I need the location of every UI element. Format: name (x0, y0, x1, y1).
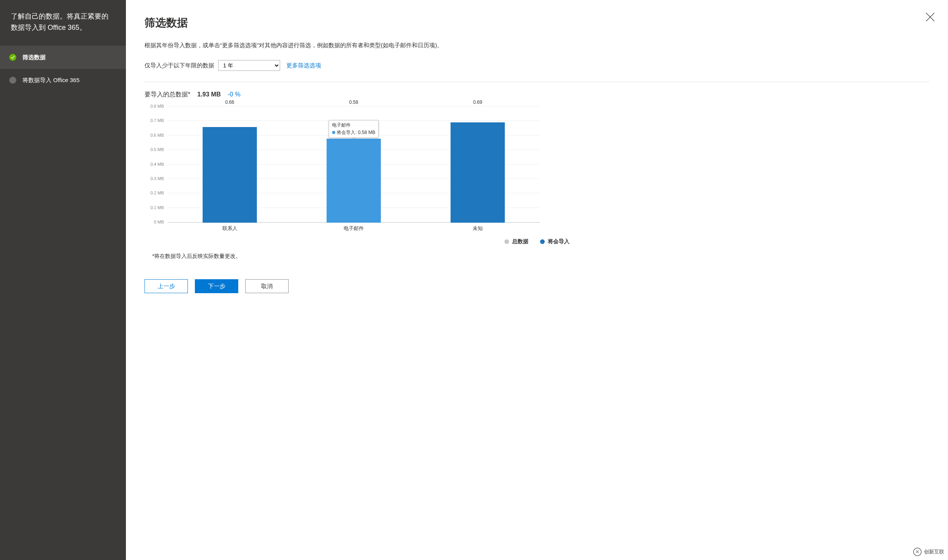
wizard-step-list: 筛选数据 将数据导入 Office 365 (0, 46, 126, 92)
bar-import[interactable] (203, 127, 257, 223)
y-tick-label: 0.4 MB (145, 162, 164, 167)
legend-item-total: 总数据 (504, 238, 528, 245)
age-filter-select[interactable]: 1 年 (218, 60, 280, 71)
watermark: ✕ 创新互联 (913, 548, 944, 556)
y-tick-label: 0.6 MB (145, 133, 164, 137)
chart-legend: 总数据 将会导入 (145, 238, 929, 245)
footnote: *将在数据导入后反映实际数量更改。 (152, 253, 929, 260)
y-tick-label: 0.8 MB (145, 104, 164, 108)
y-tick-label: 0.7 MB (145, 118, 164, 123)
wizard-step-import-data[interactable]: 将数据导入 Office 365 (0, 69, 126, 92)
legend-label: 将会导入 (548, 238, 569, 245)
legend-label: 总数据 (512, 238, 528, 245)
page-title: 筛选数据 (145, 15, 929, 30)
wizard-sidebar: 了解自己的数据。将真正紧要的数据导入到 Office 365。 筛选数据 将数据… (0, 0, 126, 560)
x-tick-label: 联系人 (168, 223, 292, 234)
divider (145, 82, 929, 82)
more-filters-link[interactable]: 更多筛选选项 (286, 62, 321, 69)
x-tick-label: 未知 (416, 223, 540, 234)
bar-import[interactable] (327, 139, 381, 223)
wizard-step-filter-data[interactable]: 筛选数据 (0, 46, 126, 69)
bar-group: 0.69 (416, 107, 540, 223)
y-tick-label: 0 MB (145, 220, 164, 224)
y-tick-label: 0.5 MB (145, 147, 164, 152)
tooltip-text: 将会导入: 0.58 MB (337, 130, 375, 135)
watermark-logo-icon: ✕ (913, 548, 922, 556)
y-tick-label: 0.2 MB (145, 191, 164, 195)
legend-dot-icon (504, 239, 509, 244)
chart-tooltip: 电子邮件 将会导入: 0.58 MB (329, 120, 379, 138)
tooltip-category: 电子邮件 (332, 122, 375, 129)
bar-value-label: 0.69 (473, 100, 482, 105)
watermark-text: 创新互联 (924, 548, 944, 555)
page-description: 根据其年份导入数据，或单击“更多筛选选项”对其他内容进行筛选，例如数据的所有者和… (145, 42, 929, 49)
main-panel: 筛选数据 根据其年份导入数据，或单击“更多筛选选项”对其他内容进行筛选，例如数据… (126, 0, 948, 560)
total-data-value: 1.93 MB (197, 91, 220, 98)
cancel-button[interactable]: 取消 (245, 279, 289, 293)
sidebar-header: 了解自己的数据。将真正紧要的数据导入到 Office 365。 (0, 0, 126, 46)
legend-dot-icon (540, 239, 545, 244)
back-button[interactable]: 上一步 (145, 279, 188, 293)
bar-value-label: 0.66 (225, 100, 234, 105)
import-size-chart: 0 MB0.1 MB0.2 MB0.3 MB0.4 MB0.5 MB0.6 MB… (145, 107, 540, 234)
total-data-label: 要导入的总数据* (145, 91, 190, 99)
bar-value-label: 0.58 (349, 100, 358, 105)
y-tick-label: 0.3 MB (145, 176, 164, 181)
bar-group: 0.66 (168, 107, 292, 223)
x-tick-label: 电子邮件 (292, 223, 416, 234)
wizard-step-label: 筛选数据 (22, 54, 46, 61)
total-data-percent: -0 % (228, 91, 241, 98)
dot-icon (332, 131, 335, 134)
legend-item-import: 将会导入 (540, 238, 569, 245)
age-filter-label: 仅导入少于以下年限的数据 (145, 62, 214, 69)
check-icon (9, 54, 16, 61)
bar-import[interactable] (451, 122, 505, 223)
next-button[interactable]: 下一步 (195, 279, 238, 293)
wizard-step-label: 将数据导入 Office 365 (22, 77, 79, 84)
close-icon[interactable] (924, 11, 936, 23)
circle-icon (9, 77, 16, 84)
y-tick-label: 0.1 MB (145, 205, 164, 210)
